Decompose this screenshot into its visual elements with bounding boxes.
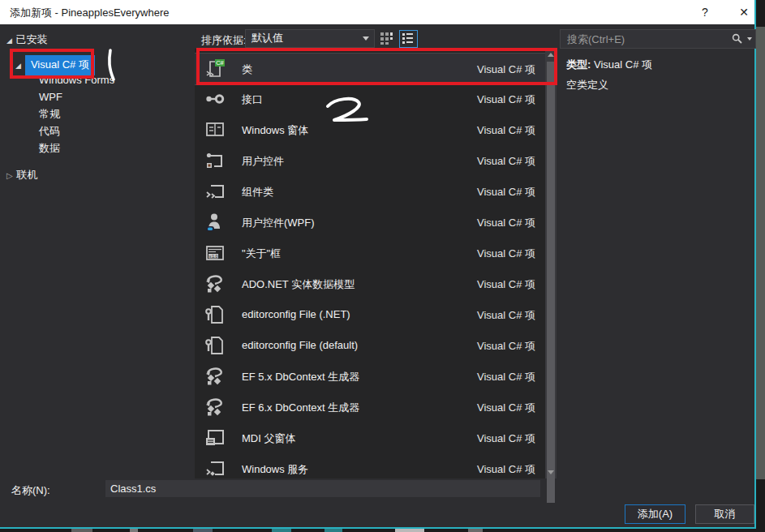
template-type: Visual C# 项 [477, 308, 535, 323]
dialog-title: 添加新项 - PineapplesEverywhere [10, 6, 170, 20]
template-row[interactable]: v.1.0"关于"框Visual C# 项 [195, 238, 545, 268]
template-type: Visual C# 项 [477, 92, 535, 107]
template-type: Visual C# 项 [477, 462, 535, 477]
cancel-button[interactable]: 取消 [695, 504, 754, 524]
entity-data-model-icon [204, 273, 226, 294]
component-class-icon [204, 181, 226, 202]
template-description: 空类定义 [566, 78, 608, 92]
template-name: Windows 服务 [242, 462, 308, 477]
tree-node-code[interactable]: 代码 [39, 122, 60, 139]
template-name: editorconfig File (default) [242, 339, 358, 351]
template-name: 组件类 [242, 185, 273, 200]
interface-icon [204, 88, 226, 109]
help-icon[interactable]: ? [694, 2, 716, 22]
taskbar-icon [193, 529, 213, 532]
template-row[interactable]: MDI 父窗体Visual C# 项 [195, 423, 545, 453]
entity-data-model-icon [204, 366, 226, 387]
template-name: 用户控件(WPF) [242, 216, 315, 230]
template-row[interactable]: 接口Visual C# 项 [195, 84, 545, 114]
template-type: Visual C# 项 [477, 185, 535, 200]
list-view-button[interactable] [399, 30, 418, 48]
tree-node-windows-forms[interactable]: Windows Forms [39, 71, 114, 88]
template-row[interactable]: 用户控件(WPF)Visual C# 项 [195, 207, 545, 238]
template-name: EF 6.x DbContext 生成器 [242, 401, 359, 415]
template-name: MDI 父窗体 [242, 431, 295, 446]
template-type: Visual C# 项 [477, 247, 535, 261]
windows-service-icon [204, 458, 226, 478]
template-type: Visual C# 项 [477, 431, 535, 446]
sort-by-label: 排序依据: [201, 33, 247, 48]
about-box-icon: v.1.0 [204, 242, 226, 264]
search-box [560, 29, 756, 49]
type-label: 类型: [566, 58, 591, 71]
template-type: Visual C# 项 [477, 62, 535, 77]
chevron-down-icon [363, 36, 369, 41]
template-type: Visual C# 项 [477, 216, 535, 230]
desktop-background-strip [756, 27, 765, 479]
tree-node-general[interactable]: 常规 [39, 105, 60, 122]
svg-text:v.1.0: v.1.0 [209, 254, 218, 259]
add-button[interactable]: 添加(A) [625, 504, 685, 524]
taskbar-icon [272, 529, 291, 532]
taskbar-icon [130, 529, 138, 532]
expanded-arrow-icon: ◢ [15, 62, 21, 70]
wpf-user-control-icon [204, 212, 226, 233]
template-row[interactable]: EF 6.x DbContext 生成器Visual C# 项 [195, 392, 545, 423]
template-row[interactable]: editorconfig File (.NET)Visual C# 项 [195, 299, 545, 330]
scrollbar-thumb[interactable] [547, 62, 555, 503]
tree-node-installed[interactable]: ◢ 已安装 [6, 32, 47, 47]
template-row[interactable]: Windows 窗体Visual C# 项 [195, 114, 545, 145]
small-icons-view-button[interactable] [378, 30, 395, 46]
template-type: Visual C# 项 [477, 401, 535, 415]
list-scrollbar[interactable] [545, 49, 557, 478]
scroll-down-icon[interactable] [548, 470, 554, 474]
search-icon[interactable] [732, 32, 742, 47]
template-name: ADO.NET 实体数据模型 [242, 277, 355, 292]
svg-text:C#: C# [216, 59, 224, 66]
mdi-form-icon [204, 427, 226, 448]
name-input[interactable] [105, 480, 540, 497]
sort-by-value: 默认值 [251, 32, 283, 44]
scroll-up-icon[interactable] [548, 53, 554, 57]
list-view-icon [400, 31, 415, 45]
template-name: EF 5.x DbContext 生成器 [242, 370, 359, 384]
template-name: "关于"框 [242, 247, 281, 261]
template-row[interactable]: Windows 服务Visual C# 项 [195, 453, 545, 478]
template-name: Windows 窗体 [242, 123, 308, 138]
entity-data-model-icon [204, 397, 226, 418]
search-input[interactable] [565, 32, 723, 46]
close-icon[interactable]: ✕ [733, 2, 754, 22]
small-icons-view-icon [378, 30, 395, 46]
template-name: 用户控件 [242, 154, 284, 169]
template-type: Visual C# 项 [477, 154, 535, 169]
template-row[interactable]: C#类Visual C# 项 [195, 53, 545, 85]
type-value: Visual C# 项 [594, 58, 652, 71]
template-row[interactable]: 用户控件Visual C# 项 [195, 145, 545, 176]
template-name: editorconfig File (.NET) [242, 308, 350, 320]
template-name: 接口 [242, 92, 263, 107]
template-type: Visual C# 项 [477, 370, 535, 384]
tree-node-data[interactable]: 数据 [39, 139, 60, 157]
windows-form-icon [204, 119, 226, 140]
tree-node-online[interactable]: ▷ 联机 [6, 167, 37, 182]
template-name: 类 [242, 62, 252, 77]
editorconfig-icon [204, 304, 226, 325]
template-type-info: 类型: Visual C# 项 [566, 58, 652, 72]
taskbar-icon [468, 529, 483, 532]
expanded-arrow-icon: ◢ [6, 36, 12, 45]
add-new-item-dialog: 添加新项 - PineapplesEverywhere ? ✕ ◢ 已安装 ◢V… [0, 0, 756, 529]
template-row[interactable]: ADO.NET 实体数据模型Visual C# 项 [195, 268, 545, 299]
template-row[interactable]: 组件类Visual C# 项 [195, 176, 545, 207]
template-type: Visual C# 项 [477, 277, 535, 292]
taskbar-icon [395, 529, 424, 532]
chevron-down-icon[interactable] [747, 37, 752, 41]
tree-node-wpf[interactable]: WPF [39, 88, 62, 105]
titlebar: 添加新项 - PineapplesEverywhere ? ✕ [0, 0, 754, 24]
template-type: Visual C# 项 [477, 123, 535, 138]
sort-by-dropdown[interactable]: 默认值 [245, 29, 375, 48]
editorconfig-icon [204, 335, 226, 356]
template-row[interactable]: EF 5.x DbContext 生成器Visual C# 项 [195, 361, 545, 392]
template-row[interactable]: editorconfig File (default)Visual C# 项 [195, 330, 545, 361]
template-list: C#类Visual C# 项接口Visual C# 项Windows 窗体Vis… [195, 49, 557, 478]
user-control-icon [204, 150, 226, 171]
